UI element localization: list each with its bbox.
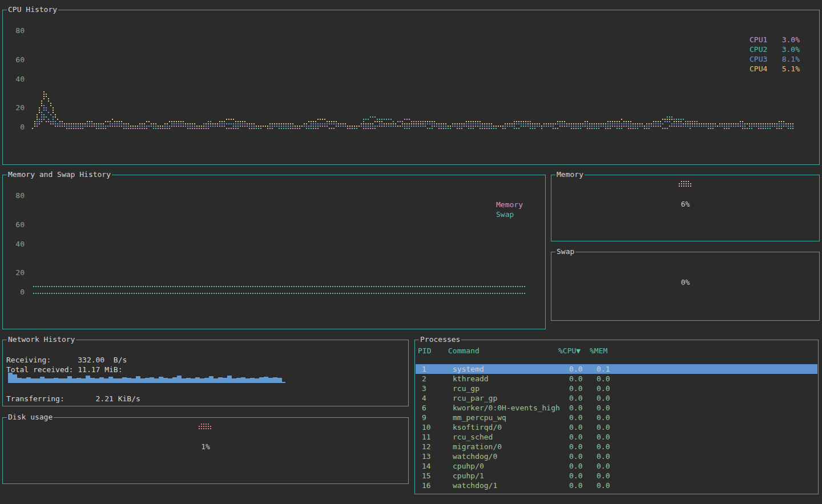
- process-cpu: 0.0: [569, 432, 582, 442]
- memswap-history-title: Memory and Swap History: [7, 170, 112, 179]
- process-pid: 4: [422, 393, 426, 403]
- cpu-legend-value: 3.0%: [782, 35, 800, 45]
- cpu-history-graph: [32, 22, 795, 130]
- process-cpu: 0.0: [569, 422, 582, 432]
- disk-usage-panel: Disk usage 1%: [2, 417, 409, 484]
- network-sparkline: [8, 372, 285, 383]
- table-row-selected[interactable]: 1systemd0.00.1: [416, 364, 817, 374]
- table-row[interactable]: 3rcu_gp0.00.0: [416, 384, 817, 393]
- y-tick-label: 0: [7, 287, 25, 297]
- process-mem: 0.0: [597, 422, 610, 432]
- process-cpu: 0.0: [569, 461, 582, 471]
- process-mem: 0.0: [597, 403, 610, 413]
- process-command: kthreadd: [453, 374, 489, 384]
- cpu-legend-value: 8.1%: [782, 54, 800, 64]
- cpu-history-panel: CPU History 020406080 CPU13.0%CPU23.0%CP…: [2, 10, 820, 165]
- process-command: systemd: [453, 364, 484, 374]
- y-tick-label: 40: [7, 239, 25, 249]
- swap-usage-value: 0%: [551, 277, 819, 287]
- process-command: mm_percpu_wq: [453, 413, 506, 422]
- cpu-history-title: CPU History: [7, 5, 58, 14]
- process-mem: 0.0: [597, 432, 610, 442]
- column-header-command[interactable]: Command: [448, 346, 480, 356]
- y-tick-label: 80: [7, 26, 25, 35]
- y-tick-label: 60: [7, 220, 25, 229]
- memswap-history-graph: [33, 198, 526, 295]
- process-cpu: 0.0: [569, 403, 582, 413]
- system-monitor-tui: { "colors": { "background": "#2b2b2b", "…: [0, 0, 822, 504]
- cpu-legend-value: 5.1%: [782, 64, 800, 74]
- swap-panel: Swap 0%: [551, 252, 820, 321]
- process-cpu: 0.0: [569, 481, 582, 490]
- column-header-cpu-sort-desc[interactable]: %CPU▼: [558, 346, 581, 356]
- table-row[interactable]: 9mm_percpu_wq0.00.0: [416, 413, 817, 422]
- process-cpu: 0.0: [569, 374, 582, 384]
- process-table-body: 1systemd0.00.12kthreadd0.00.03rcu_gp0.00…: [416, 364, 817, 490]
- disk-gauge-icon: [199, 424, 212, 430]
- network-history-panel: Network History Receiving: 332.00 B/s To…: [2, 340, 409, 406]
- disk-usage-title: Disk usage: [7, 413, 54, 421]
- cpu-legend: CPU13.0%CPU23.0%CPU38.1%CPU45.1%: [750, 35, 800, 74]
- table-row[interactable]: 13watchdog/00.00.0: [416, 451, 817, 461]
- cpu-legend-label: CPU4: [750, 64, 767, 74]
- cpu-legend-label: CPU1: [750, 35, 767, 45]
- process-command: watchdog/1: [453, 481, 497, 490]
- table-row[interactable]: 12migration/00.00.0: [416, 442, 817, 451]
- disk-usage-value: 1%: [3, 442, 408, 451]
- cpu-legend-value: 3.0%: [782, 45, 800, 54]
- table-row[interactable]: 4rcu_par_gp0.00.0: [416, 393, 817, 403]
- process-command: watchdog/0: [453, 451, 497, 461]
- memory-usage-value: 6%: [551, 199, 819, 209]
- process-cpu: 0.0: [569, 384, 582, 393]
- y-tick-label: 0: [7, 122, 25, 132]
- process-pid: 16: [422, 481, 431, 490]
- process-mem: 0.0: [597, 393, 610, 403]
- table-row[interactable]: 14cpuhp/00.00.0: [416, 461, 817, 471]
- memswap-history-panel: Memory and Swap History 020406080 Memory…: [2, 175, 546, 329]
- process-command: ksoftirqd/0: [453, 422, 502, 432]
- process-command: rcu_sched: [453, 432, 493, 442]
- process-command: cpuhp/1: [453, 471, 484, 481]
- cpu-legend-item: CPU13.0%: [750, 35, 800, 45]
- process-cpu: 0.0: [569, 442, 582, 451]
- memory-gauge-icon: [679, 181, 692, 188]
- process-mem: 0.0: [597, 471, 610, 481]
- process-pid: 13: [422, 451, 431, 461]
- memswap-legend: MemorySwap: [496, 200, 523, 219]
- process-cpu: 0.0: [569, 413, 582, 422]
- process-pid: 3: [422, 384, 426, 393]
- cpu-legend-item: CPU38.1%: [750, 54, 800, 64]
- process-mem: 0.0: [597, 384, 610, 393]
- processes-title: Processes: [419, 335, 461, 344]
- y-tick-label: 40: [7, 74, 25, 84]
- process-pid: 2: [422, 374, 426, 384]
- process-command: rcu_gp: [453, 384, 480, 393]
- process-command: migration/0: [453, 442, 502, 451]
- y-tick-label: 20: [7, 268, 25, 277]
- process-cpu: 0.0: [569, 471, 582, 481]
- table-row[interactable]: 2kthreadd0.00.0: [416, 374, 817, 384]
- table-row[interactable]: 6kworker/0:0H-events_high0.00.0: [416, 403, 817, 413]
- cpu-legend-item: CPU45.1%: [750, 64, 800, 74]
- process-mem: 0.1: [597, 364, 610, 374]
- table-row[interactable]: 15cpuhp/10.00.0: [416, 471, 817, 481]
- table-row[interactable]: 16watchdog/10.00.0: [416, 481, 817, 490]
- process-command: rcu_par_gp: [453, 393, 497, 403]
- column-header-pid[interactable]: PID: [418, 346, 431, 356]
- network-history-title: Network History: [7, 335, 76, 344]
- memory-title: Memory: [555, 170, 585, 179]
- process-command: kworker/0:0H-events_high: [453, 403, 560, 413]
- memswap-legend-item: Swap: [496, 209, 523, 219]
- table-row[interactable]: 10ksoftirqd/00.00.0: [416, 422, 817, 432]
- swap-title: Swap: [555, 247, 575, 256]
- memory-panel: Memory 6%: [551, 175, 820, 241]
- table-row[interactable]: 11rcu_sched0.00.0: [416, 432, 817, 442]
- process-cpu: 0.0: [569, 364, 582, 374]
- column-header-mem[interactable]: %MEM: [590, 346, 607, 356]
- process-mem: 0.0: [597, 451, 610, 461]
- cpu-legend-item: CPU23.0%: [750, 45, 800, 54]
- y-tick-label: 20: [7, 103, 25, 112]
- process-mem: 0.0: [597, 413, 610, 422]
- process-command: cpuhp/0: [453, 461, 484, 471]
- process-mem: 0.0: [597, 461, 610, 471]
